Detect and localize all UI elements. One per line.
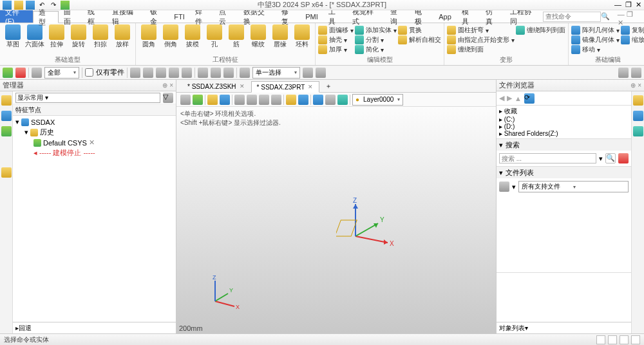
burger-icon[interactable] bbox=[240, 68, 250, 78]
tab-prt[interactable]: * SSDAX.Z3PRT✕ bbox=[251, 81, 320, 93]
chamfer-button[interactable]: 倒角 bbox=[160, 24, 181, 55]
display-combo[interactable]: 显示常用 ▾ bbox=[15, 93, 160, 103]
tb-icon-3[interactable] bbox=[156, 68, 166, 78]
tb-icon-1[interactable] bbox=[130, 68, 140, 78]
vt-5[interactable] bbox=[234, 95, 245, 105]
search-clear-icon[interactable] bbox=[618, 153, 629, 163]
hole-button[interactable]: 孔 bbox=[204, 24, 225, 55]
ls-icon-3[interactable] bbox=[1, 126, 12, 136]
drive-c[interactable]: ▸ (C:) bbox=[499, 116, 629, 123]
scale-button[interactable]: 缩放 bbox=[621, 35, 644, 44]
tab-surface[interactable]: 曲面 bbox=[59, 10, 83, 23]
vt-11[interactable] bbox=[313, 95, 323, 105]
favorites-node[interactable]: ▸ 收藏 bbox=[499, 107, 629, 116]
tab-repair[interactable]: 修复 bbox=[276, 10, 301, 23]
tab-sim[interactable]: 仿真 bbox=[480, 10, 505, 23]
layer-combo[interactable]: ●Layer0000 bbox=[352, 94, 403, 106]
view-icon[interactable] bbox=[499, 182, 509, 192]
plus-icon[interactable] bbox=[3, 68, 13, 78]
vt-6[interactable] bbox=[247, 95, 257, 105]
move-button[interactable]: 移动 ▾ bbox=[571, 45, 620, 54]
vt-8[interactable] bbox=[271, 95, 281, 105]
tree-stop[interactable]: ◂ ----- 建模停止 ----- bbox=[15, 147, 173, 158]
search-dropdown-icon[interactable]: ▾ bbox=[599, 154, 603, 163]
objectlist-footer[interactable]: 对象列表 ▾ bbox=[497, 322, 631, 333]
tb-icon-10[interactable] bbox=[316, 68, 326, 78]
cylbend-button[interactable]: 圆柱折弯 ▾ bbox=[447, 26, 515, 35]
tree-root[interactable]: ▾ SSDAX bbox=[15, 117, 173, 127]
sb-icon-2[interactable] bbox=[608, 335, 617, 344]
rib-button[interactable]: 筋 bbox=[226, 24, 247, 55]
sb-icon-4[interactable] bbox=[631, 335, 640, 344]
rs-icon-2[interactable] bbox=[633, 111, 643, 121]
fillet-button[interactable]: 圆角 bbox=[138, 24, 159, 55]
draft-button[interactable]: 拔模 bbox=[182, 24, 203, 55]
tb-right-1[interactable] bbox=[618, 68, 629, 78]
filebrowser-pin-icon[interactable]: ⊕ × bbox=[630, 82, 641, 89]
tab-close-icon[interactable]: ✕ bbox=[239, 83, 245, 89]
command-search-input[interactable] bbox=[543, 12, 601, 22]
rs-icon-1[interactable] bbox=[633, 95, 643, 106]
replace-button[interactable]: 贯换 bbox=[398, 26, 441, 35]
mirror-button[interactable]: 镜像几何体 ▾ bbox=[571, 35, 620, 44]
wraparray-button[interactable]: 缠绕阵列到面 bbox=[516, 26, 565, 35]
tab-add[interactable]: ＋ bbox=[319, 80, 337, 92]
pattern-button[interactable]: 阵列几何体 ▾ bbox=[571, 26, 620, 35]
drive-d[interactable]: ▸ (D:) bbox=[499, 123, 629, 130]
tb-right-2[interactable] bbox=[631, 68, 641, 78]
tab-electrode[interactable]: 电极 bbox=[410, 10, 434, 23]
shared-folder[interactable]: ▸ Shared Folders(Z:) bbox=[499, 130, 629, 137]
tab-directedit[interactable]: 直接编辑 bbox=[107, 10, 145, 23]
filter-combo[interactable]: 全部 bbox=[44, 67, 79, 79]
tab-pointcloud[interactable]: 点云 bbox=[214, 10, 238, 23]
manager-footer[interactable]: ▸ 回退 bbox=[13, 322, 176, 333]
file-list-area[interactable] bbox=[497, 195, 631, 272]
tb-icon-2[interactable] bbox=[143, 68, 153, 78]
tree-history[interactable]: ▾ 历史 bbox=[15, 127, 173, 138]
lip-button[interactable]: 唇缘 bbox=[270, 24, 290, 55]
new-icon[interactable] bbox=[3, 1, 12, 10]
tab-visual[interactable]: 视觉样式 bbox=[347, 10, 385, 23]
minus-icon[interactable] bbox=[15, 68, 26, 78]
addsolid-button[interactable]: 添加实体 ▾ bbox=[355, 26, 397, 35]
vt-7[interactable] bbox=[259, 95, 269, 105]
wraptoface-button[interactable]: 缠绕到面 bbox=[447, 45, 515, 54]
tab-app[interactable]: App bbox=[433, 10, 457, 23]
faceshift-button[interactable]: 面编移 ▾ bbox=[318, 26, 354, 35]
split-button[interactable]: 分割 ▾ bbox=[355, 35, 397, 44]
tab-skh[interactable]: * SSDAX.Z3SKH✕ bbox=[182, 80, 251, 92]
search-go-icon[interactable]: 🔍 bbox=[605, 153, 616, 163]
open-icon[interactable] bbox=[14, 1, 23, 10]
vt-2[interactable] bbox=[193, 95, 203, 105]
tab-collab[interactable]: 工程协同 bbox=[505, 10, 543, 23]
thicken-button[interactable]: 加厚 ▾ bbox=[318, 45, 354, 54]
search-icon[interactable]: 🔍 bbox=[601, 12, 610, 21]
file-search-input[interactable] bbox=[499, 153, 596, 163]
revolve-button[interactable]: 旋转 bbox=[68, 24, 89, 55]
selfintersect-button[interactable]: 解析自相交 bbox=[398, 35, 441, 44]
tab-exchange[interactable]: 数据交换 bbox=[238, 10, 276, 23]
manager-pin-icon[interactable]: ⊕ × bbox=[162, 82, 173, 89]
vt-3[interactable] bbox=[207, 95, 218, 105]
up-icon[interactable]: ▲ bbox=[515, 95, 522, 102]
filelist-head[interactable]: ▾ 文件列表 bbox=[497, 167, 631, 178]
sketch-button[interactable]: 草图 bbox=[3, 24, 23, 55]
tab-mold[interactable]: 模具 bbox=[457, 10, 481, 23]
shell-button[interactable]: 抽壳 ▾ bbox=[318, 35, 354, 44]
tb-icon-5[interactable] bbox=[182, 68, 192, 78]
loft-button[interactable]: 放样 bbox=[112, 24, 133, 55]
play-icon[interactable] bbox=[61, 1, 70, 10]
sb-icon-3[interactable] bbox=[620, 335, 629, 344]
winctrl2[interactable]: — ❐ ✕ bbox=[614, 10, 644, 23]
sb-icon-1[interactable] bbox=[596, 335, 605, 344]
select-mode-combo[interactable]: 单一选择 bbox=[252, 67, 300, 79]
search-head[interactable]: ▾ 搜索 bbox=[497, 139, 631, 151]
tab-tools[interactable]: 工具 bbox=[323, 10, 348, 23]
vt-1[interactable] bbox=[180, 95, 191, 105]
simplify-button[interactable]: 简化 ▾ bbox=[355, 45, 397, 54]
thread-button[interactable]: 螺纹 bbox=[248, 24, 269, 55]
filetype-combo[interactable]: 所有支持文件 bbox=[518, 181, 629, 192]
vt-10[interactable] bbox=[298, 95, 308, 105]
tb-icon-8[interactable] bbox=[223, 68, 234, 78]
only-parts-check[interactable] bbox=[85, 68, 93, 77]
